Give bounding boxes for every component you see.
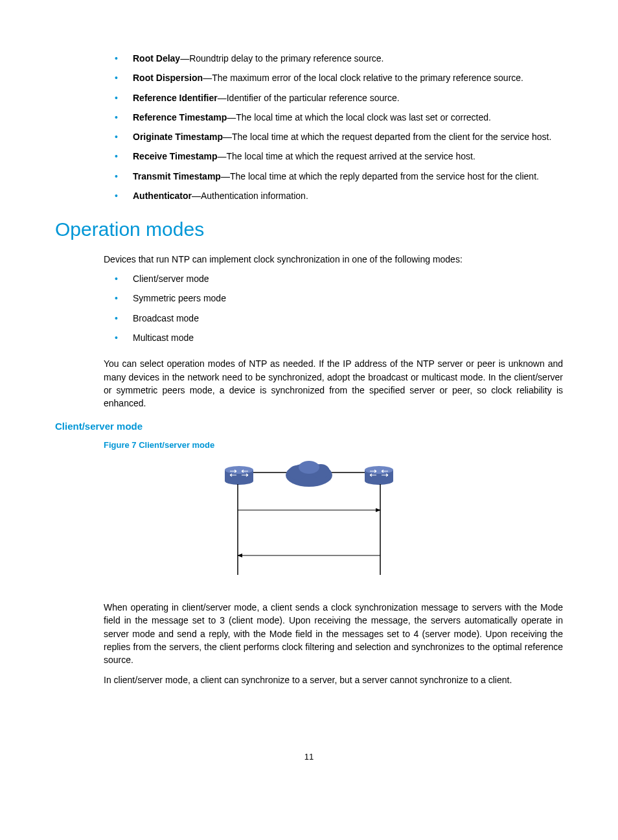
definition-term: Root Dispersion [133,73,203,83]
definition-term: Root Delay [133,53,180,64]
definition-term: Transmit Timestamp [133,171,221,181]
definition-item: Transmit Timestamp—The local time at whi… [55,170,563,183]
client-server-para1: When operating in client/server mode, a … [104,601,563,666]
definition-term: Originate Timestamp [133,132,223,142]
svg-point-3 [225,466,253,474]
definition-item: Receive Timestamp—The local time at whic… [55,150,563,163]
mode-item: Client/server mode [55,272,563,285]
definition-desc: —The local time at which the request dep… [223,132,551,142]
definition-desc: —Identifier of the particular reference … [218,93,400,103]
section-heading-operation-modes: Operation modes [55,215,563,244]
mode-item: Symmetric peers mode [55,292,563,305]
definition-desc: —The maximum error of the local clock re… [203,73,523,83]
modes-list: Client/server modeSymmetric peers modeBr… [55,272,563,344]
svg-point-10 [299,461,319,474]
definition-term: Reference Timestamp [133,112,227,122]
page-number: 11 [55,751,563,764]
svg-point-6 [365,466,393,474]
definition-term: Receive Timestamp [133,151,217,161]
definition-desc: —Roundtrip delay to the primary referenc… [180,53,383,64]
definition-item: Reference Identifier—Identifier of the p… [55,91,563,104]
definition-desc: —The local time at which the request arr… [217,151,475,161]
definition-desc: —Authentication information. [192,191,308,201]
definition-term: Authenticator [133,191,192,201]
subsection-heading-client-server: Client/server mode [55,419,563,434]
definition-item: Authenticator—Authentication information… [55,189,563,202]
figure-diagram [55,458,563,581]
mode-item: Broadcast mode [55,312,563,325]
definition-item: Root Delay—Roundtrip delay to the primar… [55,52,563,65]
figure-caption: Figure 7 Client/server mode [104,439,563,452]
operation-modes-intro: Devices that run NTP can implement clock… [104,253,563,266]
definition-term: Reference Identifier [133,93,218,103]
definition-desc: —The local time at which the local clock… [227,112,491,122]
client-server-para2: In client/server mode, a client can sync… [104,673,563,686]
definition-item: Root Dispersion—The maximum error of the… [55,71,563,84]
definition-item: Originate Timestamp—The local time at wh… [55,130,563,143]
definition-desc: —The local time at which the reply depar… [221,171,539,181]
mode-item: Multicast mode [55,331,563,344]
definition-item: Reference Timestamp—The local time at wh… [55,111,563,124]
operation-modes-note: You can select operation modes of NTP as… [104,357,563,410]
definitions-list: Root Delay—Roundtrip delay to the primar… [55,52,563,202]
